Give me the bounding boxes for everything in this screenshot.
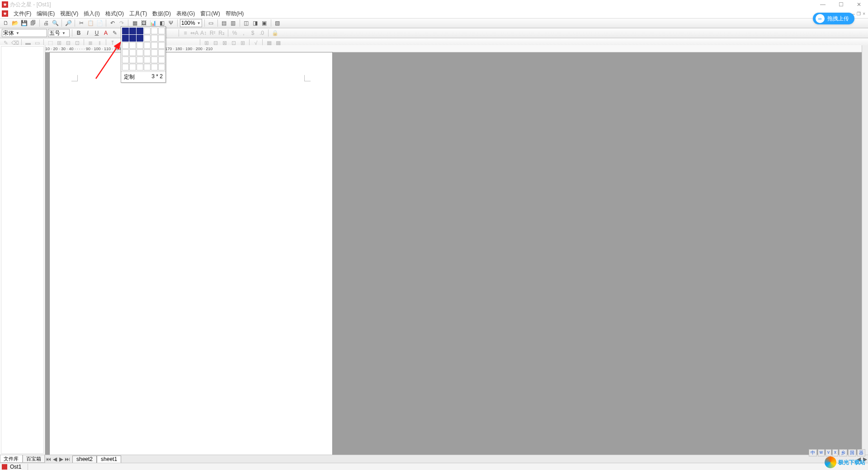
zoom-select[interactable]: 100%▼ [180,19,202,27]
page[interactable] [50,52,332,455]
menu-format[interactable]: 格式(O) [103,10,127,18]
upload-button[interactable]: ∞ 拖拽上传 [813,13,854,24]
panel1-icon[interactable]: ◫ [242,19,250,27]
mdi-close-button[interactable]: × [863,11,865,16]
table-cell[interactable] [122,28,129,34]
table-cell[interactable] [137,56,143,63]
table-cell[interactable] [144,42,151,49]
table-cell[interactable] [158,64,165,70]
align-left-icon[interactable]: ≡ [181,29,189,37]
table-cell[interactable] [144,28,151,34]
close-button[interactable]: ✕ [850,0,868,9]
export-icon[interactable]: 🗐 [29,19,37,27]
paste-icon[interactable]: 📄 [95,19,104,27]
panel2-icon[interactable]: ◨ [251,19,259,27]
table-cell[interactable] [137,28,143,34]
table-custom-label[interactable]: 定制 [124,73,135,81]
ime-item[interactable]: 乡 [839,449,847,456]
table-cell[interactable] [129,56,136,63]
maximize-button[interactable]: ☐ [832,0,850,9]
status-doc-name[interactable]: Ost1 [9,464,28,470]
minimize-button[interactable]: — [814,0,832,9]
table-cell[interactable] [129,64,136,70]
open-icon[interactable]: 📂 [11,19,19,27]
lock-icon[interactable]: 🔒 [271,29,279,37]
print-icon[interactable]: 🖨 [42,19,50,27]
table-cell[interactable] [122,42,129,49]
table-cell[interactable] [158,28,165,34]
font-size-select[interactable]: 五号▼ [48,29,70,37]
ime-item[interactable]: 器 [857,449,865,456]
menu-window[interactable]: 窗口(W) [198,10,222,18]
italic-icon[interactable]: I [84,29,92,37]
table-cell[interactable] [144,56,151,63]
table-cell[interactable] [137,49,143,56]
cut-icon[interactable]: ✂ [77,19,85,27]
font-color-icon[interactable]: A [102,29,110,37]
help-icon[interactable]: ▧ [274,19,282,27]
table-cell[interactable] [137,42,143,49]
ime-item[interactable]: x [832,449,838,456]
table-cell[interactable] [151,49,158,56]
table-cell[interactable] [158,35,165,42]
underline-icon[interactable]: U [93,29,101,37]
table-cell[interactable] [151,64,158,70]
vertical-scrollbar[interactable] [862,45,868,455]
table-cell[interactable] [158,56,165,63]
undo-icon[interactable]: ↶ [108,19,117,27]
superscript-icon[interactable]: R² [208,29,217,37]
mdi-restore-button[interactable]: ❐ [857,11,861,16]
line-spacing-icon[interactable]: A↕ [199,29,208,37]
panel3-icon[interactable]: ▣ [260,19,269,27]
ime-item[interactable]: v [826,449,831,456]
sheet-nav-prev[interactable]: ◀ [52,456,58,462]
view-normal-icon[interactable]: ▭ [207,19,215,27]
table-cell[interactable] [137,35,143,42]
table-cell[interactable] [158,42,165,49]
menu-insert[interactable]: 插入(I) [81,10,102,18]
table-cell[interactable] [129,42,136,49]
subscript-icon[interactable]: R₂ [217,29,226,37]
horizontal-ruler[interactable]: 10 · 20 · 30 · 40 · · · · · 90 · 100 · 1… [45,45,862,52]
table-cell[interactable] [158,49,165,56]
sheet-nav-next[interactable]: ▶ [58,456,64,462]
sidebar-tab-files[interactable]: 文件库 [0,455,23,463]
table-cell[interactable] [122,64,129,70]
sidebar-tab-toolbox[interactable]: 百宝箱 [23,455,45,463]
table-cell[interactable] [151,35,158,42]
copy-icon[interactable]: 📋 [86,19,94,27]
menu-tools[interactable]: 工具(T) [127,10,150,18]
menu-data[interactable]: 数据(D) [150,10,174,18]
layout1-icon[interactable]: ▤ [220,19,228,27]
table-size-picker[interactable]: 定制 3 * 2 [121,26,166,83]
new-icon[interactable]: 🗋 [2,19,10,27]
print-preview-icon[interactable]: 🔍 [51,19,59,27]
table-cell[interactable] [129,35,136,42]
percent-icon[interactable]: % [231,29,239,37]
sheet-nav-last[interactable]: ⏭ [64,456,71,462]
table-cell[interactable] [137,64,143,70]
sheet-tab[interactable]: sheet2 [72,456,97,463]
insert-symbol-icon[interactable]: Ψ [167,19,175,27]
ime-item[interactable]: 国 [848,449,856,456]
find-icon[interactable]: 🔎 [64,19,72,27]
table-cell[interactable] [122,49,129,56]
sheet-nav-first[interactable]: ⏮ [45,456,52,462]
currency-icon[interactable]: $ [249,29,257,37]
ime-item[interactable]: w [818,449,825,456]
bold-icon[interactable]: B [75,29,83,37]
char-spacing-icon[interactable]: ⇔A [190,29,198,37]
menu-help[interactable]: 帮助(H) [223,10,247,18]
sheet-tab[interactable]: sheet1 [97,456,121,463]
highlight-icon[interactable]: ✎ [111,29,119,37]
menu-table[interactable]: 表格(G) [174,10,198,18]
table-cell[interactable] [151,56,158,63]
menu-view[interactable]: 视图(V) [57,10,81,18]
table-cell[interactable] [122,35,129,42]
table-cell[interactable] [151,42,158,49]
table-cell[interactable] [122,56,129,63]
layout2-icon[interactable]: ▥ [229,19,237,27]
menu-file[interactable]: 文件(F) [11,10,34,18]
table-cell[interactable] [151,28,158,34]
ime-item[interactable]: 中 [809,449,817,456]
